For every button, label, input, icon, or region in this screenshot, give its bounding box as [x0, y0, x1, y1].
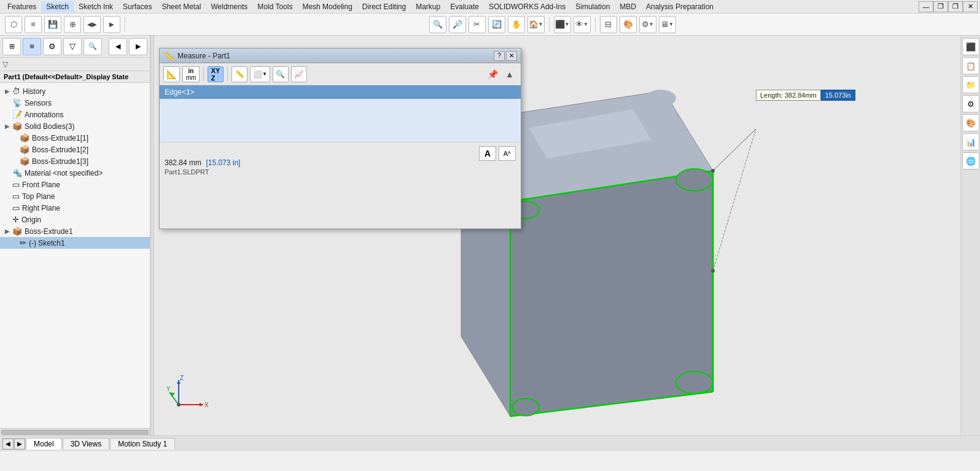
rp-btn-appearance[interactable]: 🎨 [962, 114, 979, 131]
measure-icon: 📏 [163, 51, 174, 61]
menu-item-evaluate[interactable]: Evaluate [445, 1, 484, 12]
tree-item-solid-bodies[interactable]: ▶ 📦 Solid Bodies(3) [0, 120, 150, 132]
tree-item-right-plane[interactable]: ▭ Right Plane [0, 202, 150, 214]
toolbar-rotate[interactable]: 🔄 [488, 16, 505, 33]
toolbar-chevron[interactable]: ▶ [103, 16, 120, 33]
tab-3d-views[interactable]: 3D Views [63, 438, 109, 450]
measure-tape-btn[interactable]: 📏 [231, 66, 247, 82]
scroll-thumb[interactable] [1, 430, 149, 435]
toolbar-expand-left[interactable]: ◀▶ [84, 16, 101, 33]
font-size-btns: A Aᴬ [479, 146, 516, 161]
toolbar-view-orient[interactable]: 🏠▼ [527, 16, 545, 33]
rp-btn-display[interactable]: ⬛ [962, 38, 979, 55]
toolbar-settings[interactable]: ⚙▼ [639, 16, 656, 33]
measure-result-length: 382.84 mm [15.073 in] [165, 158, 516, 167]
rp-btn-globe[interactable]: 🌐 [962, 152, 979, 169]
tree-item-top-plane[interactable]: ▭ Top Plane [0, 190, 150, 202]
toolbar-zoom-sheet[interactable]: ✂ [469, 16, 486, 33]
toolbar-origin[interactable]: ⊕ [64, 16, 81, 33]
svg-point-27 [177, 403, 181, 407]
measure-select-btn[interactable]: ⬜▼ [250, 66, 270, 82]
toolbar-view-style[interactable]: ⬛▼ [554, 16, 571, 33]
rp-btn-layers[interactable]: 📋 [962, 57, 979, 74]
sensors-icon: 📡 [12, 98, 22, 107]
tree-item-sketch1[interactable]: ✏ (-) Sketch1 [0, 237, 150, 249]
separator2 [549, 17, 550, 32]
measure-pin-btn[interactable]: 📌 [485, 67, 500, 82]
toolbar-save[interactable]: 💾 [44, 16, 61, 33]
measure-list-item[interactable]: Edge<1> [160, 85, 521, 99]
toolbar-section-view[interactable]: ⊟ [600, 16, 617, 33]
svg-point-7 [676, 169, 713, 191]
menu-item-solidworks-addins[interactable]: SOLIDWORKS Add-Ins [484, 1, 570, 12]
measure-callout: Length: 382.84mm 15.073in [756, 90, 855, 101]
toolbar-new-part[interactable]: ⬡ [5, 16, 22, 33]
font-decrease-btn[interactable]: Aᴬ [499, 146, 516, 161]
filter-btn[interactable]: ▽ [63, 38, 82, 55]
restore-button[interactable]: ❐ [933, 1, 948, 12]
menu-item-mold-tools[interactable]: Mold Tools [252, 1, 297, 12]
left-scrollbar[interactable] [0, 428, 150, 435]
menu-item-features[interactable]: Features [2, 1, 41, 12]
unit-selector[interactable]: in mm [182, 66, 200, 82]
menu-item-analysis-preparation[interactable]: Analysis Preparation [641, 1, 718, 12]
toolbar-display[interactable]: 🖥▼ [659, 16, 676, 33]
tree-item-boss-extrude1-3[interactable]: 📦 Boss-Extrude1[3] [0, 155, 150, 167]
toolbar-pan[interactable]: ✋ [508, 16, 525, 33]
expand-left-panel[interactable]: ▶ [129, 38, 147, 55]
rp-btn-files[interactable]: 📁 [962, 76, 979, 93]
close-button[interactable]: ✕ [963, 1, 978, 12]
measure-icon-btn[interactable]: 📐 [163, 66, 180, 82]
tree-item-front-plane[interactable]: ▭ Front Plane [0, 179, 150, 190]
menu-item-sketch[interactable]: Sketch [41, 1, 74, 12]
feature-tree-btn[interactable]: ⊞ [2, 38, 21, 55]
rp-btn-settings[interactable]: ⚙ [962, 95, 979, 112]
config-manager-btn[interactable]: ⚙ [43, 38, 61, 55]
menu-item-simulation[interactable]: Simulation [570, 1, 615, 12]
tab-model[interactable]: Model [26, 438, 62, 450]
boss-icon: 📦 [20, 145, 29, 154]
nav-arrow-next[interactable]: ▶ [14, 438, 25, 450]
toolbar-hide-show[interactable]: 👁▼ [574, 16, 591, 33]
maximize-button[interactable]: ❐ [948, 1, 963, 12]
menu-item-markup[interactable]: Markup [411, 1, 445, 12]
nav-arrow-prev[interactable]: ◀ [2, 438, 14, 450]
measure-xy-btn[interactable]: XYZ [208, 66, 224, 82]
menu-item-sketch-ink[interactable]: Sketch Ink [74, 1, 118, 12]
tree-item-history[interactable]: ▶ ⏱ History [0, 85, 150, 97]
menu-item-direct-editing[interactable]: Direct Editing [357, 1, 411, 12]
toolbar-zoom-fit[interactable]: 🔍 [429, 16, 446, 33]
toolbar-zoom-area[interactable]: 🔎 [449, 16, 466, 33]
rp-btn-data[interactable]: 📊 [962, 133, 979, 150]
menu-item-surfaces[interactable]: Surfaces [118, 1, 157, 12]
font-increase-btn[interactable]: A [479, 146, 496, 161]
toolbar-appearance[interactable]: 🎨 [620, 16, 637, 33]
tab-motion-study[interactable]: Motion Study 1 [110, 438, 175, 450]
menu-item-mesh-modeling[interactable]: Mesh Modeling [297, 1, 357, 12]
main-layout: ⊞ ≡ ⚙ ▽ 🔍 ◀ ▶ ▽ Part1 (Default<<Default>… [0, 36, 980, 435]
measure-magnify-btn[interactable]: 🔍 [273, 66, 289, 82]
tree-item-boss-extrude1-2[interactable]: 📦 Boss-Extrude1[2] [0, 144, 150, 155]
dialog-close-btn[interactable]: ✕ [506, 51, 517, 61]
measure-collapse-btn[interactable]: ▲ [502, 67, 517, 82]
tree-item-boss-extrude1-1[interactable]: 📦 Boss-Extrude1[1] [0, 132, 150, 144]
menu-item-weldments[interactable]: Weldments [206, 1, 252, 12]
origin-icon: ✛ [12, 215, 19, 224]
tree-item-material[interactable]: 🔩 Material <not specified> [0, 167, 150, 179]
svg-point-15 [711, 169, 715, 173]
viewport-area[interactable]: Length: 382.84mm 15.073in 📏 Measure - Pa… [154, 36, 960, 435]
collapse-left-panel[interactable]: ◀ [109, 38, 127, 55]
tree-item-annotations[interactable]: 📝 Annotations [0, 109, 150, 120]
toolbar-properties[interactable]: ≡ [25, 16, 42, 33]
tree-item-boss-extrude1[interactable]: ▶ 📦 Boss-Extrude1 [0, 225, 150, 237]
menu-item-mbd[interactable]: MBD [615, 1, 641, 12]
search-btn[interactable]: 🔍 [84, 38, 102, 55]
menu-item-sheet-metal[interactable]: Sheet Metal [157, 1, 206, 12]
bottom-tabs: ◀ ▶ Model 3D Views Motion Study 1 [0, 435, 980, 451]
dialog-help-btn[interactable]: ? [494, 51, 505, 61]
tree-item-sensors[interactable]: 📡 Sensors [0, 97, 150, 109]
property-manager-btn[interactable]: ≡ [23, 38, 41, 55]
measure-chart-btn[interactable]: 📈 [291, 66, 307, 82]
minimize-button[interactable]: — [919, 1, 933, 12]
tree-item-origin[interactable]: ✛ Origin [0, 214, 150, 225]
